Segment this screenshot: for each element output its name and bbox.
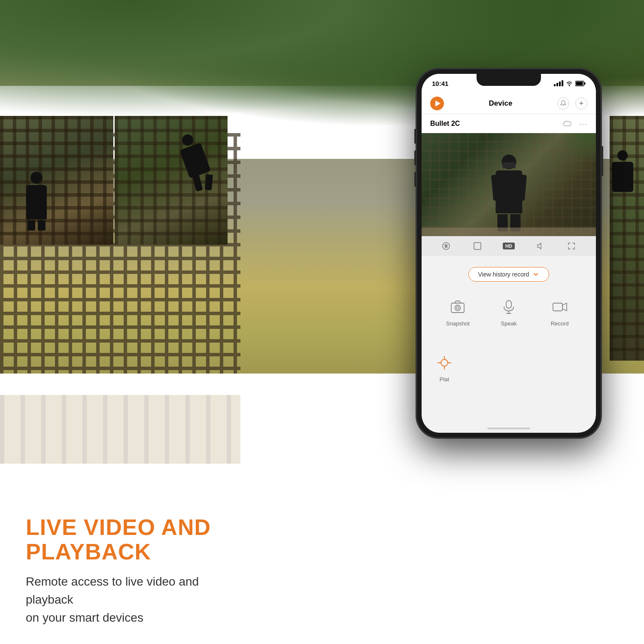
text-section: LIVE VIDEO AND PLAYBACK Remote access to…: [0, 464, 258, 644]
header-actions: +: [557, 97, 587, 109]
device-row: Bullet 2C ···: [422, 114, 596, 133]
svg-rect-4: [445, 244, 446, 248]
svg-rect-11: [506, 301, 511, 308]
bell-button[interactable]: [557, 97, 569, 109]
phone-outer-shell: 10:41: [416, 69, 601, 438]
svg-point-9: [455, 305, 461, 311]
svg-marker-7: [538, 243, 541, 249]
svg-rect-5: [446, 244, 447, 248]
hd-badge: HD: [503, 243, 515, 249]
video-record-icon: [553, 300, 567, 314]
camera-thumb-1: [0, 116, 113, 245]
home-indicator: [487, 428, 530, 429]
add-button[interactable]: +: [575, 97, 587, 109]
headline: LIVE VIDEO AND PLAYBACK: [26, 515, 232, 564]
plat-label: Plat: [440, 376, 449, 383]
view-history-label: View history record: [478, 271, 529, 278]
chevron-down-icon: [532, 271, 539, 278]
snapshot-label: Snapshot: [446, 320, 470, 327]
svg-point-10: [456, 307, 459, 309]
snapshot-icon: [450, 300, 465, 314]
speak-action[interactable]: Speak: [486, 297, 532, 327]
view-history-section: View history record: [422, 260, 596, 282]
svg-rect-6: [474, 243, 481, 249]
camera-live-view: [422, 133, 596, 236]
svg-rect-8: [451, 303, 464, 313]
person-figure: [495, 155, 523, 232]
speak-icon-wrap: [499, 297, 519, 317]
record-icon-wrap: [550, 297, 570, 317]
fullscreen-button[interactable]: [565, 239, 578, 253]
status-icons: [554, 80, 586, 86]
plat-section: Plat: [422, 349, 596, 387]
view-history-button[interactable]: View history record: [468, 267, 550, 282]
plat-icon-wrap: [434, 353, 454, 373]
action-buttons-grid: Snapshot Speak: [422, 289, 596, 331]
phone-notch: [477, 74, 541, 86]
hd-button[interactable]: HD: [502, 239, 516, 253]
camera-feed: [422, 133, 596, 236]
camera-thumb-2: [115, 116, 228, 245]
more-dots-icon[interactable]: ···: [579, 119, 587, 129]
cloud-icon: [562, 120, 572, 128]
microphone-icon: [501, 300, 516, 314]
svg-point-15: [441, 359, 448, 366]
record-label: Record: [551, 320, 569, 327]
battery-icon: [575, 81, 586, 86]
play-button[interactable]: [430, 97, 444, 110]
phone-screen: 10:41: [422, 74, 596, 433]
pause-icon: [442, 242, 450, 250]
crosshair-icon: [437, 355, 452, 370]
stop-icon: [474, 242, 481, 250]
plat-action[interactable]: Plat: [434, 353, 454, 383]
snapshot-icon-wrap: [448, 297, 468, 317]
fullscreen-icon: [568, 242, 575, 250]
record-action[interactable]: Record: [536, 297, 583, 327]
svg-point-3: [443, 243, 450, 249]
add-icon: +: [579, 100, 584, 107]
video-controls-bar: HD: [422, 236, 596, 256]
speak-label: Speak: [501, 320, 517, 327]
svg-rect-14: [553, 303, 562, 311]
status-time: 10:41: [432, 80, 448, 87]
wifi-icon: [566, 80, 573, 86]
bell-icon: [560, 100, 567, 107]
phone-mockup: 10:41: [416, 69, 601, 438]
header-title: Device: [489, 99, 513, 108]
signal-icon: [554, 80, 563, 86]
pause-button[interactable]: [439, 239, 453, 253]
app-header: Device +: [422, 93, 596, 114]
subtext: Remote access to live video and playback…: [26, 573, 232, 627]
svg-rect-1: [584, 82, 586, 85]
volume-button[interactable]: [533, 239, 547, 253]
volume-icon: [536, 242, 544, 250]
stop-button[interactable]: [471, 239, 484, 253]
snapshot-action[interactable]: Snapshot: [434, 297, 481, 327]
play-icon: [435, 100, 440, 106]
camera-right-edge: [610, 116, 644, 361]
device-action-icons: ···: [562, 119, 587, 129]
camera-thumbnails: [0, 116, 228, 361]
svg-rect-2: [576, 82, 583, 85]
device-name: Bullet 2C: [430, 120, 460, 128]
